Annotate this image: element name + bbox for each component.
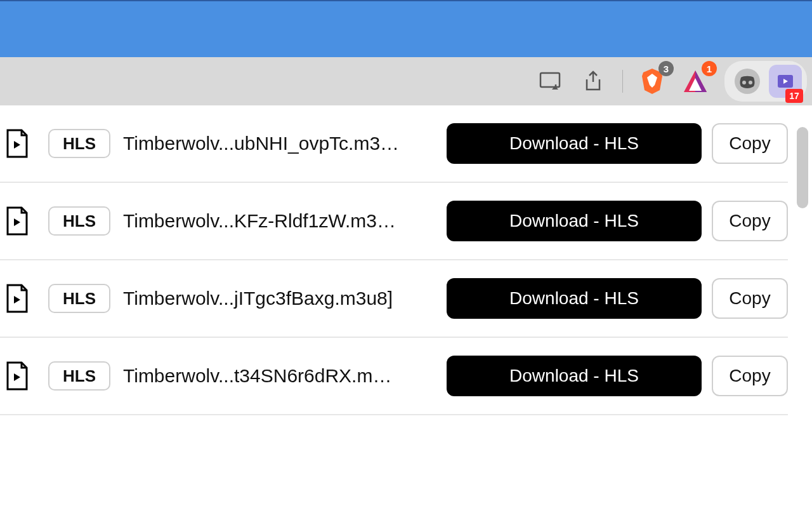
extension-icon[interactable]: 17 (769, 65, 802, 98)
file-play-icon (4, 128, 30, 159)
list-item: HLS Timberwolv...t34SN6r6dRX.m… Download… (0, 338, 788, 415)
copy-button[interactable]: Copy (712, 278, 788, 319)
triangle-icon[interactable]: 1 (678, 64, 713, 99)
filename-label: Timberwolv...jITgc3fBaxg.m3u8] (123, 288, 434, 309)
format-badge: HLS (48, 284, 110, 313)
svg-point-3 (749, 81, 752, 84)
copy-button[interactable]: Copy (712, 201, 788, 241)
list-item: HLS Timberwolv...ubNHI_ovpTc.m3… Downloa… (0, 105, 788, 183)
format-badge: HLS (48, 206, 110, 236)
copy-button[interactable]: Copy (712, 356, 788, 396)
svg-point-2 (742, 81, 746, 84)
filename-label: Timberwolv...ubNHI_ovpTc.m3… (123, 133, 434, 154)
filename-label: Timberwolv...t34SN6r6dRX.m… (123, 365, 434, 387)
format-badge: HLS (48, 361, 110, 391)
download-button[interactable]: Download - HLS (447, 356, 702, 396)
share-icon[interactable] (575, 64, 611, 99)
copy-button[interactable]: Copy (712, 123, 788, 164)
list-item (0, 415, 788, 493)
file-play-icon (4, 361, 30, 391)
extension-group: 17 (724, 61, 807, 102)
content-area: HLS Timberwolv...ubNHI_ovpTc.m3… Downloa… (0, 105, 812, 508)
browser-toolbar: 3 1 17 (0, 57, 812, 105)
list-item: HLS Timberwolv...jITgc3fBaxg.m3u8] Downl… (0, 260, 788, 338)
list-item: HLS Timberwolv...KFz-Rldf1zW.m3… Downloa… (0, 183, 788, 260)
brave-badge: 3 (658, 61, 674, 76)
discord-icon[interactable] (730, 64, 765, 99)
toolbar-divider (622, 70, 623, 93)
file-play-icon (4, 206, 30, 236)
extension-badge: 17 (785, 89, 803, 103)
file-play-icon (4, 283, 30, 314)
format-badge: HLS (48, 129, 110, 158)
filename-label: Timberwolv...KFz-Rldf1zW.m3… (123, 210, 434, 232)
scrollbar-thumb[interactable] (797, 127, 808, 208)
download-button[interactable]: Download - HLS (447, 201, 702, 241)
download-button[interactable]: Download - HLS (447, 278, 702, 319)
svg-rect-0 (540, 73, 560, 87)
download-button[interactable]: Download - HLS (447, 123, 702, 164)
triangle-badge: 1 (702, 61, 717, 76)
header-bar (0, 1, 812, 57)
cast-icon[interactable] (532, 64, 568, 99)
brave-shield-icon[interactable]: 3 (634, 64, 670, 99)
